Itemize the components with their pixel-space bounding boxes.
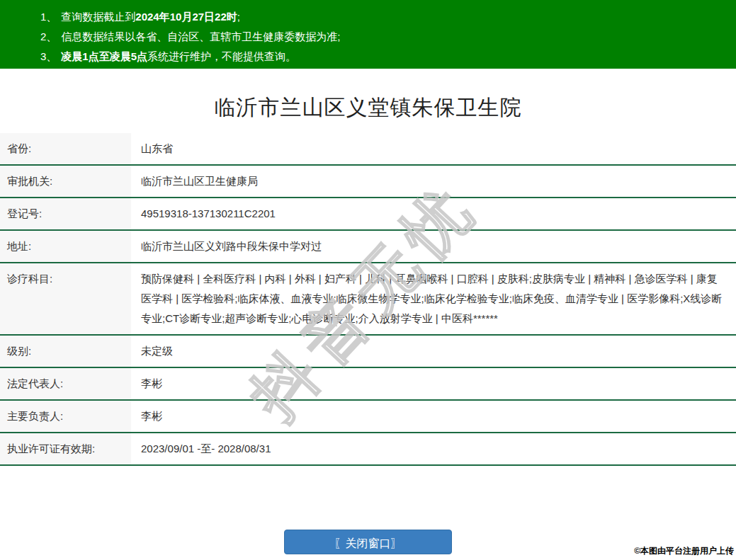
notice-line-text: 信息数据结果以各省、自治区、直辖市卫生健康委数据为准; [61, 30, 340, 42]
notice-line-1: 1、查询数据截止到2024年10月27日22时; [40, 7, 736, 27]
row-label: 级别: [0, 336, 131, 367]
notice-banner: 1、查询数据截止到2024年10月27日22时; 2、信息数据结果以各省、自治区… [0, 0, 736, 69]
row-label: 审批机关: [0, 166, 131, 197]
row-value: 2023/09/01 -至- 2028/08/31 [131, 433, 736, 464]
table-row-main-person-in-charge: 主要负责人: 李彬 [0, 401, 736, 433]
row-value: 临沂市兰山区义刘路中段朱保中学对过 [131, 231, 736, 262]
notice-line-2: 2、信息数据结果以各省、自治区、直辖市卫生健康委数据为准; [40, 27, 736, 47]
table-row-license-validity-period: 执业许可证有效期: 2023/09/01 -至- 2028/08/31 [0, 433, 736, 466]
row-label: 地址: [0, 231, 131, 262]
row-label: 主要负责人: [0, 401, 131, 432]
notice-line-bold-text: 凌晨1点至凌晨5点 [61, 50, 147, 62]
row-value: 临沂市兰山区卫生健康局 [131, 166, 736, 197]
notice-line-number: 2、 [40, 30, 57, 42]
query-result-page: { "notice": { "items": [ {"num": "1、", "… [0, 0, 736, 560]
row-value: 李彬 [131, 368, 736, 399]
button-row: 〖关闭窗口〗 [0, 530, 736, 554]
upload-copyright-note: ©本图由平台注册用户上传 [634, 545, 734, 557]
close-window-button[interactable]: 〖关闭窗口〗 [284, 530, 452, 554]
table-row-legal-representative: 法定代表人: 李彬 [0, 368, 736, 401]
notice-line-number: 3、 [40, 50, 57, 62]
row-label: 法定代表人: [0, 368, 131, 399]
row-value: 未定级 [131, 336, 736, 367]
table-row-medical-departments: 诊疗科目: 预防保健科 | 全科医疗科 | 内科 | 外科 | 妇产科 | 儿科… [0, 263, 736, 336]
row-label: 诊疗科目: [0, 263, 131, 334]
notice-line-bold-text: 2024年10月27日22时 [135, 11, 237, 23]
row-value: 预防保健科 | 全科医疗科 | 内科 | 外科 | 妇产科 | 儿科 | 耳鼻咽… [131, 263, 736, 334]
row-value: 49519318-137130211C2201 [131, 198, 736, 229]
notice-line-3: 3、凌晨1点至凌晨5点系统进行维护，不能提供查询。 [40, 47, 736, 67]
table-row-registration-number: 登记号: 49519318-137130211C2201 [0, 198, 736, 231]
table-row-level: 级别: 未定级 [0, 336, 736, 368]
table-row-address: 地址: 临沂市兰山区义刘路中段朱保中学对过 [0, 231, 736, 263]
table-row-approval-authority: 审批机关: 临沂市兰山区卫生健康局 [0, 166, 736, 198]
notice-line-text: 查询数据截止到 [61, 11, 135, 23]
row-label: 执业许可证有效期: [0, 433, 131, 464]
row-label: 登记号: [0, 198, 131, 229]
row-value: 山东省 [131, 133, 736, 164]
institution-info-table: 省份: 山东省 审批机关: 临沂市兰山区卫生健康局 登记号: 49519318-… [0, 133, 736, 466]
row-value: 李彬 [131, 401, 736, 432]
table-row-province: 省份: 山东省 [0, 133, 736, 166]
notice-line-number: 1、 [40, 11, 57, 23]
row-label: 省份: [0, 133, 131, 164]
notice-line-text-post: 系统进行维护，不能提供查询。 [147, 50, 296, 62]
notice-line-text-post: ; [237, 11, 240, 23]
page-title: 临沂市兰山区义堂镇朱保卫生院 [0, 93, 736, 122]
